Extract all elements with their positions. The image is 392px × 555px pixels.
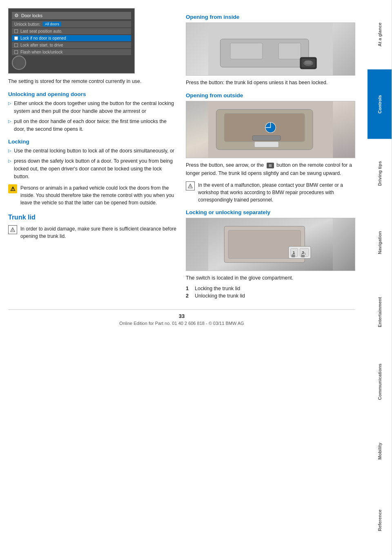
outside-note-box: In the event of a malfunction, please co… bbox=[186, 181, 355, 204]
warning-icon: ⚠ bbox=[8, 184, 17, 193]
glove-text: The switch is located in the glove compa… bbox=[186, 274, 355, 282]
door-locks-header: ⚙ Door locks bbox=[12, 12, 131, 19]
checkbox-lock-no-door bbox=[14, 36, 18, 40]
sidebar-tab-controls-label: Controls bbox=[377, 95, 382, 113]
locking-bullet-1: ▷ Use the central locking button to lock… bbox=[8, 147, 178, 155]
opening-outside-text: Press the button, see arrow, or the ⊞ bu… bbox=[186, 161, 355, 177]
outside-note-text: In the event of a malfunction, please co… bbox=[198, 181, 355, 204]
door-locks-title: Door locks bbox=[21, 13, 42, 18]
unlock-label: Unlock button: bbox=[14, 22, 40, 27]
sidebar-tab-driving-tips[interactable]: Driving tips bbox=[368, 139, 392, 208]
unlock-bullet-1-text: Either unlock the doors together using t… bbox=[14, 100, 178, 115]
item-2-num: 2 bbox=[186, 293, 192, 299]
svg-rect-6 bbox=[278, 43, 301, 59]
unlock-bullet-2-text: pull on the door handle of each door twi… bbox=[14, 118, 178, 133]
lock-start-label: Lock after start. to drive bbox=[20, 43, 63, 47]
last-seat-label: Last seat position auto. bbox=[20, 29, 62, 34]
car-image-inner bbox=[186, 23, 355, 75]
flash-label: Flash when lock/unlock bbox=[20, 50, 62, 54]
svg-point-2 bbox=[12, 229, 13, 229]
numbered-item-2: 2 Unlocking the trunk lid bbox=[186, 293, 355, 299]
trunk-lid-title: Trunk lid bbox=[8, 214, 178, 221]
glove-compartment-image: 1 2 bbox=[186, 218, 355, 271]
sidebar-tab-navigation[interactable]: Navigation bbox=[368, 208, 392, 278]
sidebar-tabs: At a glance Controls Driving tips Naviga… bbox=[368, 0, 392, 555]
opening-inside-title: Opening from inside bbox=[186, 14, 355, 20]
item-1-num: 1 bbox=[186, 286, 192, 291]
trunk-lid-note-text: In order to avoid damage, make sure ther… bbox=[20, 225, 178, 240]
item-2-text: Unlocking the trunk lid bbox=[195, 293, 245, 299]
left-column: ⚙ Door locks Unlock button: All doors La… bbox=[8, 8, 178, 301]
sidebar-tab-communications-label: Communications bbox=[377, 363, 382, 400]
locking-warning-text: Persons or animals in a parked vehicle c… bbox=[20, 184, 178, 206]
sidebar-tab-mobility[interactable]: Mobility bbox=[368, 416, 392, 486]
all-doors-badge: All doors bbox=[43, 22, 61, 27]
unlock-button-row: Unlock button: All doors bbox=[12, 21, 131, 27]
opening-outside-image bbox=[186, 101, 355, 158]
svg-text:1: 1 bbox=[293, 250, 295, 255]
footer-text: Online Edition for Part no. 01 40 2 606 … bbox=[119, 321, 244, 326]
locking-warning-box: ⚠ Persons or animals in a parked vehicle… bbox=[8, 184, 178, 206]
bullet-arrow-3: ▷ bbox=[8, 148, 11, 154]
nav-circle-control bbox=[12, 56, 26, 70]
sidebar-tab-controls[interactable]: Controls bbox=[368, 69, 392, 139]
last-seat-row: Last seat position auto. bbox=[12, 28, 131, 34]
lock-after-start-row: Lock after start. to drive bbox=[12, 42, 131, 48]
locking-bullet-2-text: press down the safety lock button of a d… bbox=[14, 157, 178, 180]
right-column: Opening from inside bbox=[186, 8, 355, 301]
bullet-arrow-4: ▷ bbox=[8, 158, 11, 164]
svg-rect-15 bbox=[254, 142, 278, 148]
footer-bar: 33 Online Edition for Part no. 01 40 2 6… bbox=[8, 309, 355, 327]
item-1-text: Locking the trunk lid bbox=[195, 286, 240, 291]
svg-rect-30 bbox=[292, 255, 295, 257]
note-icon-outside bbox=[186, 181, 195, 190]
door-locks-screenshot: ⚙ Door locks Unlock button: All doors La… bbox=[8, 8, 135, 74]
checkbox-last-seat bbox=[14, 29, 18, 33]
trunk-lid-note-box: In order to avoid damage, make sure ther… bbox=[8, 225, 178, 240]
unlocking-section-title: Unlocking and opening doors bbox=[8, 91, 178, 97]
right-sidebar: At a glance Controls Driving tips Naviga… bbox=[368, 0, 392, 555]
opening-inside-text: Press the button: the trunk lid opens un… bbox=[186, 79, 355, 87]
lock-no-door-label: Lock if no door is opened bbox=[20, 36, 66, 40]
svg-point-20 bbox=[190, 185, 190, 186]
bullet-arrow-1: ▷ bbox=[8, 100, 11, 106]
sidebar-tab-mobility-label: Mobility bbox=[377, 443, 382, 460]
numbered-item-1: 1 Locking the trunk lid bbox=[186, 286, 355, 291]
note-icon-trunk bbox=[8, 225, 17, 234]
main-content: ⚙ Door locks Unlock button: All doors La… bbox=[0, 0, 368, 555]
svg-rect-14 bbox=[252, 136, 281, 141]
sidebar-tab-at-a-glance-label: At a glance bbox=[377, 23, 382, 47]
unlock-bullet-1: ▷ Either unlock the doors together using… bbox=[8, 100, 178, 115]
lock-if-no-door-row: Lock if no door is opened bbox=[12, 35, 131, 41]
svg-text:2: 2 bbox=[302, 250, 304, 255]
locking-bullet-1-text: Use the central locking button to lock a… bbox=[14, 147, 174, 155]
sidebar-tab-navigation-label: Navigation bbox=[377, 231, 382, 254]
remote-icon-sim: ⊞ bbox=[267, 163, 274, 168]
sidebar-tab-reference[interactable]: Reference bbox=[368, 486, 392, 555]
svg-rect-31 bbox=[301, 255, 305, 257]
checkbox-flash bbox=[14, 50, 18, 54]
sidebar-tab-entertainment[interactable]: Entertainment bbox=[368, 278, 392, 347]
locking-separately-title: Locking or unlocking separately bbox=[186, 209, 355, 215]
numbered-list: 1 Locking the trunk lid 2 Unlocking the … bbox=[186, 286, 355, 299]
sidebar-tab-entertainment-label: Entertainment bbox=[377, 297, 382, 327]
bullet-arrow-2: ▷ bbox=[8, 118, 11, 124]
sidebar-tab-communications[interactable]: Communications bbox=[368, 347, 392, 416]
setting-text: The setting is stored for the remote con… bbox=[8, 78, 178, 85]
unlock-bullet-2: ▷ pull on the door handle of each door t… bbox=[8, 118, 178, 133]
page-number: 33 bbox=[8, 313, 355, 319]
locking-section-title: Locking bbox=[8, 139, 178, 145]
sidebar-tab-reference-label: Reference bbox=[377, 510, 382, 531]
opening-inside-image bbox=[186, 22, 355, 76]
flash-row: Flash when lock/unlock bbox=[12, 49, 131, 55]
locking-bullet-2: ▷ press down the safety lock button of a… bbox=[8, 157, 178, 180]
checkbox-lock-start bbox=[14, 43, 18, 47]
svg-rect-10 bbox=[305, 61, 312, 64]
opening-outside-title: Opening from outside bbox=[186, 92, 355, 98]
svg-rect-5 bbox=[230, 43, 263, 59]
sidebar-tab-at-a-glance[interactable]: At a glance bbox=[368, 0, 392, 69]
sidebar-tab-driving-tips-label: Driving tips bbox=[377, 161, 382, 186]
